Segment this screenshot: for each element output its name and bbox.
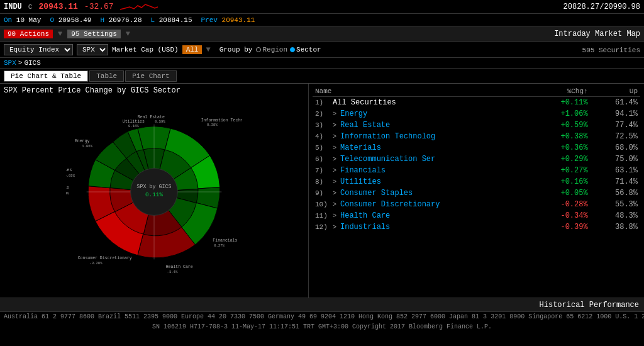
- breadcrumb-spx[interactable]: SPX: [4, 59, 16, 67]
- svg-text:Consumer Discretionary: Consumer Discretionary: [78, 256, 132, 260]
- table-row: 5) > Materials +0.36% 68.0%: [313, 142, 640, 153]
- svg-text:Financials: Financials: [213, 238, 237, 243]
- svg-text:Industrials: Industrials: [66, 186, 69, 190]
- row-name[interactable]: > Industrials: [330, 221, 532, 233]
- row-chg: -0.39%: [532, 221, 590, 233]
- th-chg: %Chg↑: [532, 86, 590, 97]
- row-up: 56.8%: [591, 187, 640, 199]
- table-row: 7) > Financials +0.27% 63.1%: [313, 165, 640, 176]
- svg-text:0.27%: 0.27%: [214, 243, 225, 248]
- row-num: 8): [313, 176, 330, 187]
- ticker-bar: INDU C 20943.11 -32.67 20828.27/20990.98: [0, 0, 644, 14]
- svg-text:SPX by GICS: SPX by GICS: [136, 184, 171, 190]
- row-up: 77.4%: [591, 120, 640, 131]
- tab-table[interactable]: Table: [89, 70, 124, 82]
- row-num: 3): [313, 120, 330, 131]
- row-up: 94.1%: [591, 108, 640, 120]
- table-row: 12) > Industrials -0.39% 38.8%: [313, 221, 640, 233]
- radio-sector-dot: [290, 47, 295, 52]
- svg-text:-3.4%: -3.4%: [167, 270, 178, 274]
- table-row: 9) > Consumer Staples +0.05% 56.8%: [313, 187, 640, 199]
- row-name[interactable]: > Real Estate: [330, 120, 532, 131]
- row-num: 10): [313, 199, 330, 210]
- actions-bar: 90 Actions ▼ 95 Settings ▼ Intraday Mark…: [0, 26, 644, 42]
- groupby-label: Group by: [219, 46, 253, 53]
- svg-text:Information Technology: Information Technology: [201, 118, 242, 123]
- ticker-open: O 20958.49: [50, 16, 91, 24]
- historical-performance-footer[interactable]: Historical Performance: [0, 298, 644, 311]
- row-chg: +0.29%: [532, 153, 590, 165]
- row-name[interactable]: > Financials: [330, 165, 532, 176]
- mktcap-label: Market Cap (USD): [112, 46, 179, 53]
- row-num: 1): [313, 97, 330, 109]
- svg-text:-0.39%: -0.39%: [66, 191, 69, 196]
- all-button[interactable]: All: [182, 45, 203, 54]
- securities-count: 505 Securities: [582, 47, 640, 54]
- ticker-change: -32.67: [84, 2, 114, 11]
- table-body: 1) All Securities +0.11% 61.4% 2) > Ener…: [313, 97, 640, 233]
- row-num: 11): [313, 210, 330, 221]
- tab-pie-chart-table[interactable]: Pie Chart & Table: [4, 70, 88, 82]
- radio-region[interactable]: Region: [256, 46, 287, 53]
- row-chg: -0.28%: [532, 199, 590, 210]
- intraday-label: Intraday Market Map: [554, 30, 640, 38]
- row-up: 71.4%: [591, 176, 640, 187]
- svg-text:Consumer Staples: Consumer Staples: [66, 168, 72, 172]
- equity-index-select[interactable]: Equity Index: [4, 44, 73, 55]
- row-up: 63.1%: [591, 165, 640, 176]
- th-name: Name: [313, 86, 532, 97]
- row-chg: +0.38%: [532, 131, 590, 142]
- row-chg: +0.27%: [532, 165, 590, 176]
- svg-text:Health Care: Health Care: [166, 265, 193, 269]
- table-row: 4) > Information Technolog +0.38% 72.5%: [313, 131, 640, 142]
- table-row: 10) > Consumer Discretionary -0.28% 55.3…: [313, 199, 640, 210]
- svg-text:1.06%: 1.06%: [82, 144, 92, 148]
- radio-sector[interactable]: Sector: [290, 46, 321, 53]
- breadcrumb-gics: GICS: [24, 59, 40, 67]
- ticker-on: On 10 May: [4, 16, 41, 24]
- chart-section: SPX Percent Price Change by GICS Sector: [0, 84, 308, 298]
- row-name[interactable]: > Consumer Discretionary: [330, 199, 532, 210]
- breadcrumb: SPX > GICS: [0, 58, 644, 68]
- bottom-bar: Australia 61 2 9777 8600 Brazil 5511 239…: [0, 311, 644, 323]
- filter-bar: Equity Index SPX Market Cap (USD) All ▼ …: [0, 42, 644, 58]
- row-chg: +1.06%: [532, 108, 590, 120]
- row-name[interactable]: > Utilities: [330, 176, 532, 187]
- table-row: 8) > Utilities +0.16% 71.4%: [313, 176, 640, 187]
- main-content: SPX Percent Price Change by GICS Sector: [0, 84, 644, 298]
- spx-select[interactable]: SPX: [77, 44, 108, 55]
- row-name[interactable]: > Health Care: [330, 210, 532, 221]
- row-num: 12): [313, 221, 330, 233]
- row-chg: +0.11%: [532, 97, 590, 109]
- row-name[interactable]: > Information Technolog: [330, 131, 532, 142]
- ticker-low: L 20884.15: [150, 16, 192, 24]
- tab-pie-chart[interactable]: Pie Chart: [125, 70, 176, 82]
- row-name[interactable]: > Consumer Staples: [330, 187, 532, 199]
- row-up: 61.4%: [591, 97, 640, 109]
- data-table: Name %Chg↑ Up 1) All Securities +0.11% 6…: [313, 86, 640, 233]
- tab-bar: Pie Chart & Table Table Pie Chart: [0, 69, 644, 84]
- ticker-symbol: INDU: [4, 3, 22, 11]
- row-num: 5): [313, 142, 330, 153]
- row-name[interactable]: > Energy: [330, 108, 532, 120]
- bottom-bar2: SN 106219 H717-708-3 11-May-17 11:17:51 …: [0, 323, 644, 333]
- row-chg: +0.16%: [532, 176, 590, 187]
- row-up: 68.0%: [591, 142, 640, 153]
- breadcrumb-sep: >: [18, 59, 23, 67]
- row-name[interactable]: > Telecommunication Ser: [330, 153, 532, 165]
- row-name: All Securities: [330, 97, 532, 109]
- actions-button[interactable]: 90 Actions: [4, 30, 53, 38]
- table-row: 6) > Telecommunication Ser +0.29% 75.0%: [313, 153, 640, 165]
- svg-text:Energy: Energy: [75, 139, 90, 143]
- settings-button[interactable]: 95 Settings: [67, 30, 121, 38]
- svg-text:0.16%: 0.16%: [128, 124, 139, 128]
- table-section: Name %Chg↑ Up 1) All Securities +0.11% 6…: [308, 84, 644, 298]
- row-name[interactable]: > Materials: [330, 142, 532, 153]
- radio-region-dot: [256, 47, 261, 52]
- ticker-range: 20828.27/20990.98: [564, 3, 640, 11]
- ticker-c-label: C: [28, 3, 33, 11]
- radio-region-label: Region: [262, 46, 287, 53]
- groupby-radio-group: Region Sector: [256, 46, 321, 53]
- row-num: 4): [313, 131, 330, 142]
- row-chg: +0.36%: [532, 142, 590, 153]
